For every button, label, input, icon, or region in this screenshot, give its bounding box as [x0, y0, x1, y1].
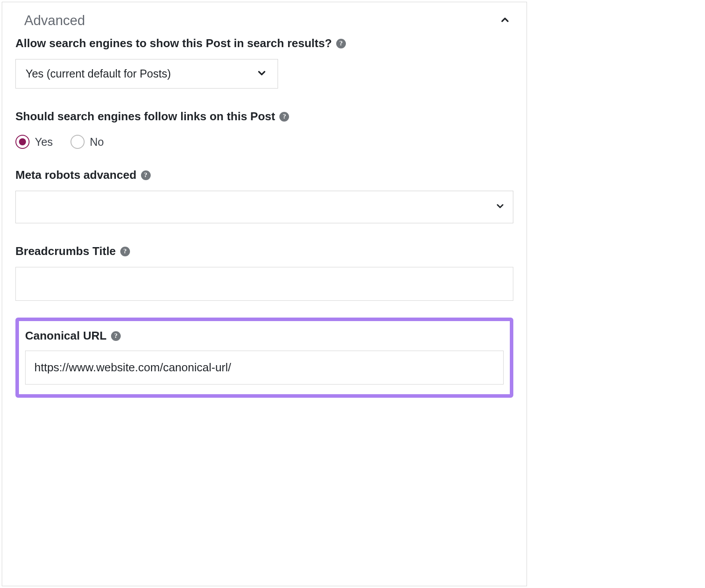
canonical-highlight: Canonical URL ? — [15, 318, 513, 398]
canonical-label-text: Canonical URL — [25, 329, 107, 343]
follow-links-label-text: Should search engines follow links on th… — [15, 110, 275, 123]
help-icon[interactable]: ? — [279, 112, 289, 122]
follow-links-radio-no[interactable]: No — [70, 135, 104, 149]
canonical-label: Canonical URL ? — [25, 329, 121, 343]
meta-robots-select-wrapper — [15, 191, 513, 223]
help-icon[interactable]: ? — [111, 331, 121, 341]
meta-robots-label: Meta robots advanced ? — [15, 168, 151, 182]
panel-header[interactable]: Advanced — [2, 2, 527, 37]
advanced-panel: Advanced Allow search engines to show th… — [2, 2, 527, 586]
meta-robots-select[interactable] — [15, 191, 513, 223]
allow-search-label: Allow search engines to show this Post i… — [15, 37, 346, 50]
breadcrumbs-label: Breadcrumbs Title ? — [15, 244, 130, 258]
allow-search-field: Allow search engines to show this Post i… — [15, 37, 513, 89]
help-icon[interactable]: ? — [336, 39, 346, 48]
panel-body: Allow search engines to show this Post i… — [2, 37, 527, 411]
radio-no-label: No — [90, 136, 104, 148]
allow-search-select-wrapper: Yes (current default for Posts) — [15, 59, 278, 89]
breadcrumbs-input[interactable] — [15, 267, 513, 301]
follow-links-field: Should search engines follow links on th… — [15, 110, 513, 149]
radio-yes-label: Yes — [35, 136, 53, 148]
allow-search-label-text: Allow search engines to show this Post i… — [15, 37, 332, 50]
breadcrumbs-label-text: Breadcrumbs Title — [15, 244, 116, 258]
help-icon[interactable]: ? — [120, 247, 130, 256]
meta-robots-label-text: Meta robots advanced — [15, 168, 137, 182]
radio-icon — [15, 135, 30, 149]
follow-links-label: Should search engines follow links on th… — [15, 110, 289, 123]
allow-search-select[interactable]: Yes (current default for Posts) — [15, 59, 278, 89]
radio-icon — [70, 135, 85, 149]
collapse-chevron-icon[interactable] — [499, 14, 511, 27]
meta-robots-field: Meta robots advanced ? — [15, 168, 513, 223]
follow-links-radio-group: Yes No — [15, 135, 513, 149]
panel-title: Advanced — [24, 13, 85, 29]
follow-links-radio-yes[interactable]: Yes — [15, 135, 53, 149]
breadcrumbs-field: Breadcrumbs Title ? — [15, 244, 513, 301]
canonical-input[interactable] — [25, 351, 504, 385]
help-icon[interactable]: ? — [141, 170, 151, 180]
